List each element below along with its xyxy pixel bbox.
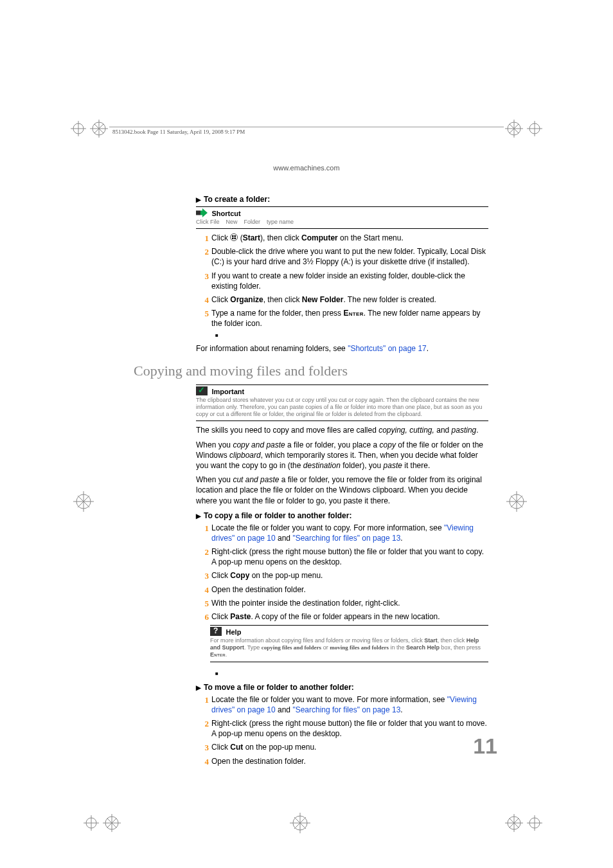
renaming-info: For information about renaming folders, … xyxy=(196,343,488,354)
procedure-heading-create-folder: ▶To create a folder: xyxy=(196,195,488,204)
triangle-right-icon: ▶ xyxy=(196,512,201,520)
shortcut-title: Shortcut xyxy=(212,210,241,217)
step-6: 6Click Paste. A copy of the file or fold… xyxy=(211,611,488,622)
step-1: 1Locate the file or folder you want to c… xyxy=(211,523,488,543)
step-1: 1 Click (Start), then click Computer on … xyxy=(211,233,488,243)
help-body: For more information about copying files… xyxy=(210,637,481,658)
svg-rect-48 xyxy=(232,235,234,237)
manual-page: 8513042.book Page 11 Saturday, April 19,… xyxy=(0,0,613,868)
step-3: 3Click Copy on the pop-up menu. xyxy=(211,570,488,581)
step-4: 4Click Organize, then click New Folder. … xyxy=(211,294,488,305)
windows-start-icon xyxy=(230,233,238,241)
step-2: 2Right-click (press the right mouse butt… xyxy=(211,718,488,739)
header-folio: 8513042.book Page 11 Saturday, April 19,… xyxy=(112,129,245,135)
crop-mark-icon xyxy=(71,489,109,527)
intro-p3: When you cut and paste a file or folder,… xyxy=(196,475,488,506)
important-title: Important xyxy=(212,388,245,395)
crop-mark-icon xyxy=(504,810,542,849)
shortcut-callout: Shortcut Click FileNewFoldertype name xyxy=(196,206,488,229)
crop-mark-icon xyxy=(84,810,122,849)
intro-p2: When you copy and paste a file or folder… xyxy=(196,440,488,471)
crop-mark-icon xyxy=(71,116,109,154)
triangle-right-icon: ▶ xyxy=(196,196,201,203)
step-2: 2Right-click (press the right mouse butt… xyxy=(211,547,488,567)
step-3: 3Click Cut on the pop-up menu. xyxy=(211,742,488,752)
step-5: 5Type a name for the folder, then press … xyxy=(211,308,488,339)
crop-mark-icon xyxy=(504,116,542,154)
step-5: 5With the pointer inside the destination… xyxy=(211,598,488,608)
link-shortcuts-p17[interactable]: "Shortcuts" on page 17 xyxy=(348,344,427,353)
svg-rect-50 xyxy=(232,238,234,240)
important-body: The clipboard stores whatever you cut or… xyxy=(196,397,482,418)
step-2: 2Double-click the drive where you want t… xyxy=(211,246,488,267)
important-callout: Important The clipboard stores whatever … xyxy=(196,384,488,422)
header-rule xyxy=(109,127,504,127)
page-url: www.emachines.com xyxy=(0,164,613,172)
crop-mark-icon xyxy=(287,810,326,849)
copy-steps: 1Locate the file or folder you want to c… xyxy=(196,523,488,622)
step-1: 1Locate the file or folder you want to m… xyxy=(211,694,488,715)
intro-p1: The skills you need to copy and move fil… xyxy=(196,425,488,435)
help-callout: Help For more information about copying … xyxy=(210,625,488,662)
step-4: 4Open the destination folder. xyxy=(211,756,488,766)
end-of-procedure-icon: ■ xyxy=(215,671,218,676)
section-heading-copy-move: Copying and moving files and folders xyxy=(134,363,488,379)
important-icon xyxy=(196,386,208,395)
svg-point-47 xyxy=(231,234,238,241)
move-steps: 1Locate the file or folder you want to m… xyxy=(196,694,488,766)
shortcut-body: Click FileNewFoldertype name xyxy=(196,219,300,225)
svg-rect-49 xyxy=(235,235,236,237)
link-searching-files[interactable]: "Searching for files" on page 13 xyxy=(292,534,400,543)
link-searching-files[interactable]: "Searching for files" on page 13 xyxy=(292,705,400,714)
step-3: 3If you want to create a new folder insi… xyxy=(211,271,488,291)
help-icon xyxy=(210,627,222,636)
procedure-heading-move: ▶To move a file or folder to another fol… xyxy=(196,683,488,692)
help-title: Help xyxy=(226,628,242,636)
create-folder-steps: 1 Click (Start), then click Computer on … xyxy=(196,233,488,339)
end-of-procedure-icon: ■ xyxy=(215,332,218,339)
triangle-right-icon: ▶ xyxy=(196,684,201,691)
shortcut-icon xyxy=(196,208,208,217)
crop-mark-icon xyxy=(504,489,542,527)
procedure-heading-copy: ▶To copy a file or folder to another fol… xyxy=(196,511,488,520)
svg-rect-51 xyxy=(235,238,236,240)
step-4: 4Open the destination folder. xyxy=(211,584,488,595)
page-content: ▶To create a folder: Shortcut Click File… xyxy=(196,190,488,770)
page-number: 11 xyxy=(473,734,497,759)
